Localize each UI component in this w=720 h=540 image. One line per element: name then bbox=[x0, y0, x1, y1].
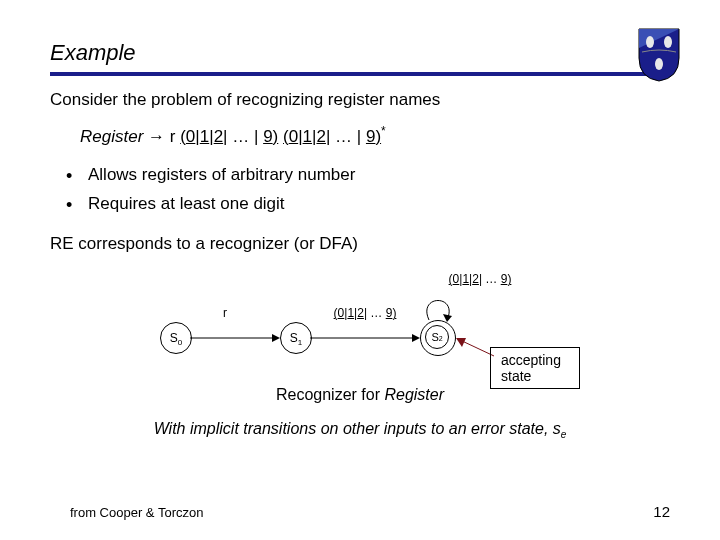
svg-point-0 bbox=[646, 36, 654, 48]
grammar-rule: Register → r (0|1|2| … | 9) (0|1|2| … | … bbox=[80, 124, 670, 147]
state-s1: S1 bbox=[280, 322, 312, 354]
state-s2: S2 bbox=[420, 320, 454, 354]
footer-source: from Cooper & Torczon bbox=[70, 505, 203, 520]
slide-title: Example bbox=[50, 40, 670, 66]
edge-r-label: r bbox=[215, 306, 235, 320]
edge-s1-s2 bbox=[310, 336, 420, 340]
re-line: RE corresponds to a recognizer (or DFA) bbox=[50, 234, 670, 254]
title-rule bbox=[50, 72, 670, 76]
edge-s0-s1 bbox=[190, 336, 280, 340]
bullet-item: Requires at least one digit bbox=[60, 190, 670, 219]
grammar-lhs: Register bbox=[80, 127, 143, 146]
svg-marker-4 bbox=[272, 334, 280, 342]
svg-point-1 bbox=[664, 36, 672, 48]
group1-close: ) bbox=[273, 127, 279, 146]
dfa-diagram: (0|1|2| … 9) r (0|1|2| … 9) S0 S1 S2 bbox=[140, 272, 580, 382]
shield-logo bbox=[638, 28, 680, 82]
literal-r: r bbox=[170, 127, 176, 146]
edge-s2-loop bbox=[423, 284, 463, 324]
svg-point-2 bbox=[655, 58, 663, 70]
bullet-item: Allows registers of arbitrary number bbox=[60, 161, 670, 190]
svg-line-8 bbox=[460, 340, 494, 356]
svg-marker-6 bbox=[412, 334, 420, 342]
implicit-note: With implicit transitions on other input… bbox=[50, 420, 670, 440]
bullet-list: Allows registers of arbitrary number Req… bbox=[60, 161, 670, 219]
state-s0: S0 bbox=[160, 322, 192, 354]
accepting-state-box: accepting state bbox=[490, 347, 580, 389]
page-number: 12 bbox=[653, 503, 670, 520]
svg-marker-7 bbox=[443, 314, 452, 322]
intro-text: Consider the problem of recognizing regi… bbox=[50, 90, 670, 110]
kleene-star: * bbox=[381, 124, 386, 138]
edge-digits-label: (0|1|2| … 9) bbox=[305, 306, 425, 320]
arrow: → bbox=[148, 127, 165, 146]
